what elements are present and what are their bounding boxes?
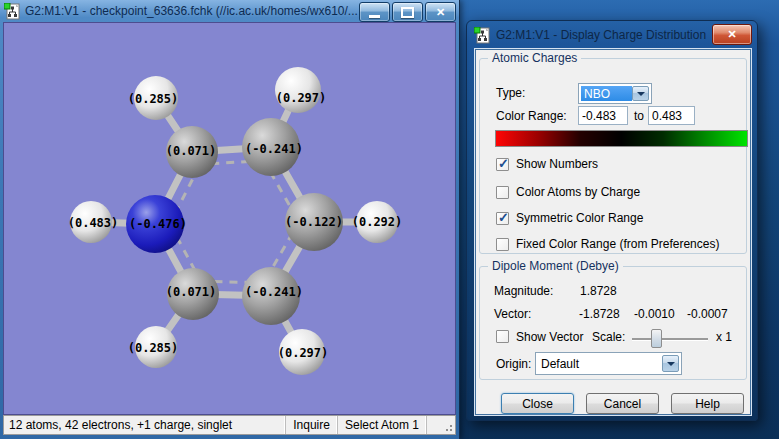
show-vector-checkbox[interactable] xyxy=(496,330,509,343)
checkbox-symmetric-color-range[interactable] xyxy=(496,212,509,225)
charge-label-H2: (0.285) xyxy=(128,92,179,106)
close-button[interactable]: ✕ xyxy=(425,2,456,22)
charge-label-C3: (-0.241) xyxy=(245,142,303,156)
charge-checkbox-list: Show NumbersColor Atoms by ChargeSymmetr… xyxy=(480,59,746,253)
charge-label-H5: (0.297) xyxy=(278,346,329,360)
maximize-button[interactable] xyxy=(392,2,423,22)
status-info: 12 atoms, 42 electrons, +1 charge, singl… xyxy=(4,418,285,432)
minimize-button[interactable] xyxy=(359,2,390,22)
main-titlebar[interactable]: G2:M1:V1 - checkpoint_63636.fchk (//ic.a… xyxy=(0,0,459,22)
dipole-group: Dipole Moment (Debye) Magnitude: 1.8728 … xyxy=(479,266,747,380)
scale-slider[interactable] xyxy=(632,338,708,340)
molecule-canvas[interactable]: (-0.476)(0.071)(-0.241)(-0.122)(-0.241)(… xyxy=(4,23,455,414)
main-window-title: G2:M1:V1 - checkpoint_63636.fchk (//ic.a… xyxy=(21,4,358,18)
dialog-close-action-button[interactable]: Close xyxy=(501,393,574,414)
show-vector-label: Show Vector xyxy=(516,330,583,344)
checkbox-label: Show Numbers xyxy=(516,157,598,171)
dialog-body: Atomic Charges Type: NBO Color Range: to… xyxy=(475,49,751,415)
main-window: G2:M1:V1 - checkpoint_63636.fchk (//ic.a… xyxy=(0,0,460,439)
app-icon xyxy=(4,3,21,20)
charge-label-H1: (0.483) xyxy=(68,216,119,230)
dialog-icon xyxy=(474,27,491,44)
cancel-button[interactable]: Cancel xyxy=(586,393,659,414)
origin-label: Origin: xyxy=(496,357,531,371)
scale-label: Scale: xyxy=(592,330,625,344)
charge-label-N1: (-0.476) xyxy=(129,217,187,231)
close-icon: ✕ xyxy=(727,28,736,41)
maximize-icon xyxy=(401,7,414,18)
magnitude-label: Magnitude: xyxy=(494,284,553,298)
scale-value: x 1 xyxy=(716,330,732,344)
checkbox-show-numbers[interactable] xyxy=(496,158,509,171)
charge-distribution-dialog: G2:M1:V1 - Display Charge Distribution ✕… xyxy=(466,20,758,421)
help-button[interactable]: Help xyxy=(671,393,744,414)
origin-combobox-value: Default xyxy=(538,355,662,372)
dialog-titlebar[interactable]: G2:M1:V1 - Display Charge Distribution ✕ xyxy=(467,21,757,49)
vector-value-x: -1.8728 xyxy=(579,307,620,321)
status-select-atom[interactable]: Select Atom 1 xyxy=(337,416,426,434)
charge-label-H3: (0.297) xyxy=(276,91,327,105)
molecule-viewport[interactable]: (-0.476)(0.071)(-0.241)(-0.122)(-0.241)(… xyxy=(3,22,456,415)
origin-combobox-button[interactable] xyxy=(662,355,679,372)
close-icon: ✕ xyxy=(436,6,445,19)
atomic-charges-group: Atomic Charges Type: NBO Color Range: to… xyxy=(479,58,747,254)
vector-value-z: -0.0007 xyxy=(687,307,728,321)
charge-label-C2: (0.071) xyxy=(166,144,217,158)
checkbox-label: Color Atoms by Charge xyxy=(516,185,640,199)
resize-grip[interactable] xyxy=(426,416,455,434)
checkbox-color-atoms-by-charge[interactable] xyxy=(496,186,509,199)
charge-label-C4: (-0.122) xyxy=(285,215,343,229)
status-bar: 12 atoms, 42 electrons, +1 charge, singl… xyxy=(3,415,456,435)
slider-thumb[interactable] xyxy=(651,329,662,348)
dialog-title: G2:M1:V1 - Display Charge Distribution xyxy=(491,28,706,42)
dipole-legend: Dipole Moment (Debye) xyxy=(488,259,623,273)
vector-label: Vector: xyxy=(494,307,531,321)
dropdown-arrow-icon xyxy=(667,362,675,366)
grip-dots-icon xyxy=(450,429,452,431)
charge-label-H4: (0.292) xyxy=(352,215,403,229)
checkbox-fixed-color-range-from-preferences-[interactable] xyxy=(496,238,509,251)
origin-combobox[interactable]: Default xyxy=(535,352,682,375)
charge-label-C5: (-0.241) xyxy=(245,285,303,299)
minimize-icon xyxy=(369,15,380,18)
dialog-close-button[interactable]: ✕ xyxy=(712,24,752,45)
status-inquire[interactable]: Inquire xyxy=(285,416,337,434)
atom-H3[interactable] xyxy=(275,67,321,113)
magnitude-value: 1.8728 xyxy=(580,284,617,298)
charge-label-C6: (0.071) xyxy=(166,285,217,299)
checkbox-label: Fixed Color Range (from Preferences) xyxy=(516,237,719,251)
vector-value-y: -0.0010 xyxy=(634,307,675,321)
charge-label-H6: (0.285) xyxy=(128,341,179,355)
checkbox-label: Symmetric Color Range xyxy=(516,211,643,225)
